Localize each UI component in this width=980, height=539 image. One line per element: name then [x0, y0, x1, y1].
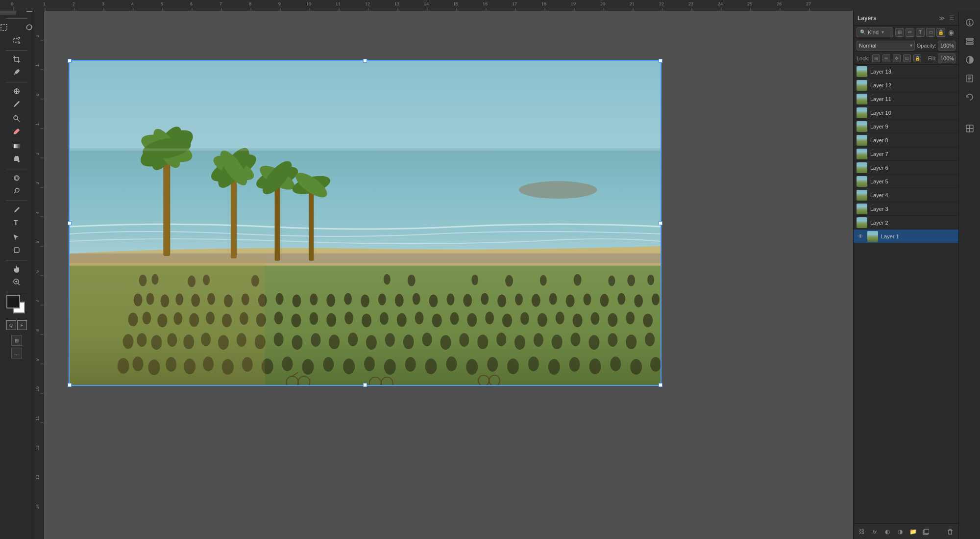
handle-middle-left[interactable] — [68, 221, 72, 225]
quick-mask-mode[interactable]: Q — [6, 320, 16, 330]
filter-toggle-icon[interactable]: ◉ — [947, 28, 956, 37]
screen-mode[interactable]: F — [17, 320, 27, 330]
delete-layer-icon[interactable] — [945, 526, 956, 537]
layer-item-7[interactable]: Layer 7 — [854, 147, 958, 161]
group-icon[interactable]: 📁 — [907, 526, 918, 537]
foreground-color[interactable] — [6, 295, 20, 308]
adjustment-icon[interactable]: ◑ — [895, 526, 906, 537]
lock-artboard-icon[interactable]: ⊡ — [903, 54, 911, 62]
more-tools-icon[interactable]: … — [11, 348, 22, 359]
lock-paint-icon[interactable]: ✏ — [882, 54, 890, 62]
shape-tool[interactable] — [4, 244, 29, 257]
zoom-tool[interactable] — [4, 276, 29, 288]
layer-item-10[interactable]: Layer 10 — [854, 106, 958, 120]
svg-point-168 — [446, 294, 454, 306]
layers-list[interactable]: Layer 13 Layer 12 Layer 11 Layer 10 — [854, 65, 958, 523]
tool-group-pen: T — [0, 204, 33, 229]
fx-icon[interactable]: fx — [869, 526, 880, 537]
layer-item-4[interactable]: Layer 4 — [854, 188, 958, 202]
svg-point-165 — [395, 294, 404, 307]
svg-point-146 — [608, 276, 615, 286]
new-layer-icon[interactable] — [920, 526, 931, 537]
mask-icon[interactable]: ◐ — [882, 526, 893, 537]
history-panel-icon[interactable] — [962, 89, 978, 105]
filter-type-icon[interactable]: T — [916, 28, 925, 37]
svg-text:3: 3 — [102, 1, 104, 6]
layer-item-1[interactable]: 👁 Layer 1 — [854, 230, 958, 243]
svg-text:T: T — [14, 219, 18, 227]
layer-item-11[interactable]: Layer 11 — [854, 92, 958, 106]
libraries-panel-icon[interactable] — [962, 71, 978, 86]
blur-tool[interactable] — [4, 172, 29, 184]
heal-tool[interactable] — [4, 85, 29, 98]
image-mode-icon[interactable]: ⊞ — [11, 335, 22, 346]
opacity-input[interactable]: 100% — [938, 41, 956, 51]
layer-item-5[interactable]: Layer 5 — [854, 175, 958, 188]
crop-tool[interactable] — [4, 53, 29, 66]
handle-bottom-left[interactable] — [68, 383, 72, 387]
arrange-panel-icon[interactable] — [962, 121, 978, 136]
handle-top-center[interactable] — [363, 59, 367, 63]
svg-text:7: 7 — [35, 300, 40, 302]
adjustments-panel-icon[interactable] — [962, 52, 978, 68]
rect-marquee-tool[interactable] — [0, 21, 16, 34]
eraser-tool[interactable] — [4, 125, 29, 138]
svg-point-266 — [589, 359, 601, 374]
dodge-tool[interactable] — [4, 184, 29, 197]
layer-1-visibility-icon[interactable]: 👁 — [857, 232, 864, 240]
svg-point-142 — [471, 275, 478, 285]
layers-menu-icon[interactable]: ☰ — [949, 15, 955, 22]
handle-top-left[interactable] — [68, 59, 72, 63]
lock-all-icon[interactable]: 🔒 — [913, 54, 921, 62]
path-select-tool[interactable] — [4, 231, 29, 244]
blend-mode-selector[interactable]: Normal ▾ — [857, 41, 915, 51]
layer-item-9[interactable]: Layer 9 — [854, 120, 958, 133]
svg-point-256 — [384, 359, 396, 375]
layer-item-12[interactable]: Layer 12 — [854, 78, 958, 92]
layer-item-3[interactable]: Layer 3 — [854, 202, 958, 216]
svg-point-143 — [505, 275, 513, 287]
layer-item-2[interactable]: Layer 2 — [854, 216, 958, 230]
lock-icons: ⊞ ✏ ✥ ⊡ 🔒 — [872, 54, 921, 62]
filter-adjust-icon[interactable]: ✏ — [906, 28, 914, 37]
svg-point-172 — [515, 294, 523, 306]
lasso-tool[interactable] — [17, 21, 42, 34]
fill-input[interactable]: 100% — [938, 53, 956, 63]
gradient-tool[interactable] — [4, 140, 29, 153]
layer-item-6[interactable]: Layer 6 — [854, 161, 958, 175]
canvas-area[interactable] — [44, 11, 853, 539]
svg-point-13 — [15, 188, 19, 192]
filter-pixel-icon[interactable]: ⊞ — [895, 28, 904, 37]
svg-point-238 — [588, 335, 599, 350]
type-tool[interactable]: T — [4, 216, 29, 229]
link-icon[interactable]: ⛓ — [857, 526, 867, 537]
canvas-document[interactable] — [69, 60, 662, 386]
layers-collapse-icon[interactable]: ≫ — [939, 15, 945, 22]
layers-bottom-toolbar: ⛓ fx ◐ ◑ 📁 — [854, 523, 958, 539]
svg-point-158 — [276, 293, 284, 305]
handle-middle-right[interactable] — [659, 221, 662, 225]
lock-position-icon[interactable]: ✥ — [893, 54, 901, 62]
hand-tool[interactable] — [4, 263, 29, 276]
properties-panel-icon[interactable] — [962, 15, 978, 30]
layer-item-13[interactable]: Layer 13 — [854, 65, 958, 78]
clone-stamp-tool[interactable] — [4, 112, 29, 125]
paint-bucket-tool[interactable] — [4, 153, 29, 165]
lock-transparent-icon[interactable]: ⊞ — [872, 54, 880, 62]
eyedropper-tool[interactable] — [4, 66, 29, 78]
lock-row: Lock: ⊞ ✏ ✥ ⊡ 🔒 Fill: 100% — [854, 52, 958, 65]
handle-top-right[interactable] — [659, 59, 662, 63]
handle-bottom-center[interactable] — [363, 383, 367, 387]
svg-point-167 — [429, 295, 438, 308]
channels-panel-icon[interactable] — [962, 33, 978, 49]
pen-tool[interactable] — [4, 204, 29, 216]
handle-bottom-right[interactable] — [659, 383, 662, 387]
filter-smart-icon[interactable]: 🔒 — [936, 28, 945, 37]
layer-item-8[interactable]: Layer 8 — [854, 133, 958, 147]
svg-text:11: 11 — [35, 416, 40, 421]
object-select-tool[interactable] — [4, 34, 29, 47]
svg-rect-293 — [970, 125, 973, 128]
filter-shape-icon[interactable]: ▭ — [926, 28, 935, 37]
brush-tool[interactable] — [4, 98, 29, 110]
layers-kind-search[interactable]: 🔍 Kind ▾ — [857, 27, 893, 37]
